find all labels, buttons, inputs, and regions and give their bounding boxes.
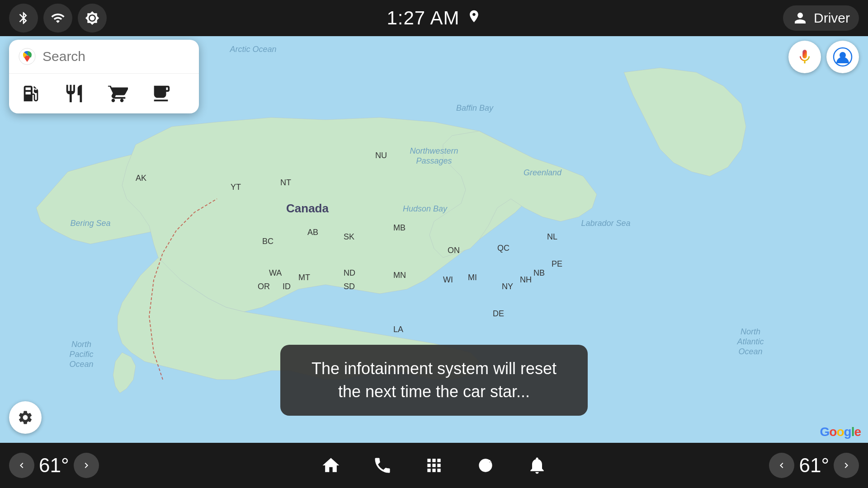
user-avatar-icon xyxy=(833,47,853,67)
bottom-left: 61° xyxy=(9,453,99,478)
map-area[interactable]: Arctic Ocean Baffin Bay Northwestern Pas… xyxy=(0,36,868,443)
user-profile-map-button[interactable] xyxy=(826,41,859,73)
search-input[interactable] xyxy=(42,49,199,64)
svg-text:NT: NT xyxy=(280,178,291,187)
notifications-button[interactable] xyxy=(523,451,552,480)
coffee-button[interactable] xyxy=(148,81,174,106)
svg-text:DE: DE xyxy=(493,309,504,318)
apps-grid-icon xyxy=(424,455,444,475)
svg-text:AB: AB xyxy=(307,228,318,237)
svg-text:NY: NY xyxy=(502,282,513,291)
gas-station-button[interactable] xyxy=(18,81,43,106)
phone-button[interactable] xyxy=(368,451,397,480)
svg-text:NH: NH xyxy=(520,275,532,284)
top-bar: 1:27 AM Driver xyxy=(0,0,868,36)
svg-text:PE: PE xyxy=(552,259,562,268)
svg-text:Ocean: Ocean xyxy=(738,347,762,356)
svg-text:Baffin Bay: Baffin Bay xyxy=(456,103,494,113)
svg-text:Labrador Sea: Labrador Sea xyxy=(581,219,630,228)
svg-text:ND: ND xyxy=(344,268,355,277)
search-card xyxy=(9,40,199,113)
maps-logo-icon xyxy=(18,47,36,66)
svg-text:OR: OR xyxy=(258,282,270,291)
map-top-right xyxy=(788,41,859,73)
svg-text:MT: MT xyxy=(298,273,310,282)
temp-left-increase-button[interactable] xyxy=(74,453,99,478)
top-bar-right: Driver xyxy=(783,5,859,31)
restaurant-button[interactable] xyxy=(61,81,87,106)
home-button[interactable] xyxy=(316,451,345,480)
svg-text:North: North xyxy=(741,327,760,336)
svg-text:MI: MI xyxy=(468,273,477,282)
search-row[interactable] xyxy=(9,40,199,74)
current-time: 1:27 AM xyxy=(387,7,459,29)
right-temperature: 61° xyxy=(799,454,829,477)
voice-search-button[interactable] xyxy=(788,41,821,73)
bell-icon xyxy=(527,455,547,475)
temp-right-decrease-button[interactable] xyxy=(769,453,794,478)
temp-left-decrease-button[interactable] xyxy=(9,453,34,478)
bottom-right: 61° xyxy=(769,453,859,478)
svg-text:QC: QC xyxy=(497,244,509,253)
top-bar-controls xyxy=(9,4,107,33)
location-pin-icon xyxy=(467,9,481,27)
top-center: 1:27 AM xyxy=(387,7,481,29)
svg-text:SD: SD xyxy=(344,282,355,291)
svg-text:Passages: Passages xyxy=(416,156,452,165)
home-icon xyxy=(321,455,341,475)
svg-text:NU: NU xyxy=(375,151,387,160)
bottom-center-nav xyxy=(316,451,552,480)
svg-text:Pacific: Pacific xyxy=(69,350,93,359)
svg-text:NL: NL xyxy=(547,232,557,241)
microphone-icon xyxy=(796,48,813,66)
svg-text:WA: WA xyxy=(269,268,282,277)
svg-text:WI: WI xyxy=(443,275,453,284)
svg-text:ID: ID xyxy=(283,282,291,291)
wifi-icon xyxy=(51,11,65,25)
svg-text:Arctic Ocean: Arctic Ocean xyxy=(229,45,276,54)
svg-text:SK: SK xyxy=(344,232,354,241)
notification-toast: The infotainment system will reset the n… xyxy=(280,345,588,416)
svg-text:LA: LA xyxy=(393,325,403,334)
settings-icon xyxy=(17,409,33,426)
svg-text:Ocean: Ocean xyxy=(69,360,93,369)
svg-text:AK: AK xyxy=(136,174,146,183)
bluetooth-button[interactable] xyxy=(9,4,38,33)
left-temperature: 61° xyxy=(39,454,69,477)
shopping-button[interactable] xyxy=(105,81,130,106)
svg-text:YT: YT xyxy=(231,183,241,192)
temp-right-increase-button[interactable] xyxy=(834,453,859,478)
user-icon xyxy=(792,10,808,26)
svg-text:MN: MN xyxy=(393,271,406,280)
settings-button[interactable] xyxy=(9,401,42,434)
coffee-icon xyxy=(151,83,171,104)
bottom-bar: 61° xyxy=(0,443,868,488)
left-arrow-2-icon xyxy=(776,460,787,471)
driver-button[interactable]: Driver xyxy=(783,5,859,31)
brightness-icon xyxy=(85,11,99,25)
svg-text:MB: MB xyxy=(393,223,406,232)
fan-button[interactable] xyxy=(471,451,500,480)
right-arrow-2-icon xyxy=(841,460,852,471)
driver-label: Driver xyxy=(814,10,850,26)
svg-text:Northwestern: Northwestern xyxy=(410,146,458,155)
svg-text:BC: BC xyxy=(262,237,274,246)
phone-icon xyxy=(373,455,392,475)
brightness-button[interactable] xyxy=(78,4,107,33)
svg-text:Canada: Canada xyxy=(286,202,329,215)
restaurant-icon xyxy=(64,83,85,104)
apps-button[interactable] xyxy=(420,451,448,480)
svg-text:North: North xyxy=(71,340,91,349)
svg-text:ON: ON xyxy=(448,246,460,255)
toast-text: The infotainment system will reset the n… xyxy=(311,359,557,400)
wifi-button[interactable] xyxy=(43,4,72,33)
svg-text:Bering Sea: Bering Sea xyxy=(70,219,110,228)
quick-icons-row xyxy=(9,74,199,113)
fan-icon xyxy=(476,455,495,475)
svg-text:Atlantic: Atlantic xyxy=(736,337,764,346)
right-arrow-icon xyxy=(81,460,92,471)
svg-text:Hudson Bay: Hudson Bay xyxy=(403,204,448,213)
left-arrow-icon xyxy=(16,460,27,471)
bluetooth-icon xyxy=(16,11,31,25)
svg-text:NB: NB xyxy=(533,268,545,277)
